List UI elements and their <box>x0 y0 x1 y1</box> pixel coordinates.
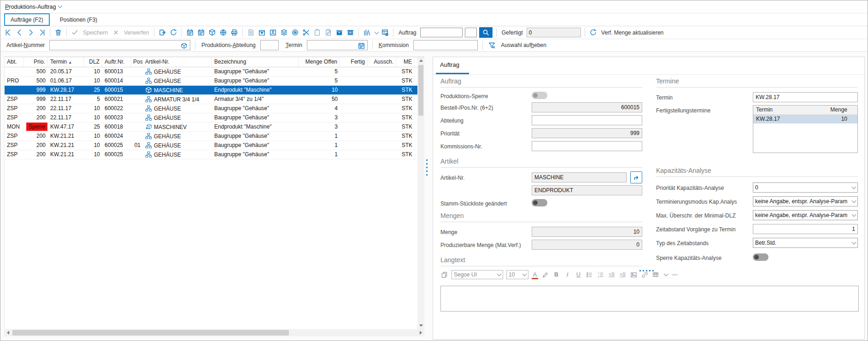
link-icon[interactable] <box>641 271 649 279</box>
table-edit-icon[interactable] <box>652 271 660 279</box>
column-header-Bezeichnung[interactable]: Bezeichnung <box>212 57 299 67</box>
clipboard-icon[interactable] <box>313 28 322 37</box>
column-header-Prio.[interactable]: Prio. <box>24 57 48 67</box>
fertigstellungstermine-list[interactable]: TerminMenge KW.28.1710 <box>753 105 858 153</box>
paste-icon[interactable] <box>440 271 448 279</box>
scroll-down-icon[interactable] <box>417 322 424 329</box>
table-row[interactable]: ZSP99922.11.175600021ARMATUR 3/4 1/4Arma… <box>5 95 418 104</box>
section-splitter[interactable] <box>639 270 654 271</box>
table-row[interactable]: PRO50001.06.1710600014GEHÄUSEBaugruppe "… <box>5 76 418 86</box>
font-size-select[interactable]: 10 <box>506 270 528 279</box>
first-record-icon[interactable] <box>4 28 13 37</box>
kap-sperre-toggle[interactable] <box>753 253 768 261</box>
outdent-icon[interactable] <box>608 271 616 279</box>
copy-order-icon[interactable] <box>158 28 167 37</box>
report-columns-icon[interactable] <box>363 28 371 37</box>
font-color-button[interactable]: A <box>532 271 538 278</box>
horizontal-scroll-thumb[interactable] <box>12 330 289 335</box>
kap-prio-select[interactable]: 0 <box>753 182 858 193</box>
auftrag-number-input[interactable] <box>420 28 463 37</box>
chevron-down-icon[interactable] <box>375 29 379 34</box>
image-icon[interactable] <box>630 271 638 279</box>
update-quantity-button[interactable]: Verf. Menge aktualisieren <box>601 29 663 36</box>
fertig-col-termin[interactable]: Termin <box>756 106 773 114</box>
save-check-icon[interactable] <box>70 28 79 37</box>
column-header-Auftr.Nr.[interactable]: Auftr.Nr. <box>102 57 131 67</box>
column-header-DLZ[interactable]: DLZ <box>84 57 102 67</box>
table-row[interactable]: ZSP20022.11.1710600022GEHÄUSEBaugruppe "… <box>5 104 418 113</box>
previous-record-icon[interactable] <box>15 28 24 37</box>
termin-input[interactable]: KW.28.17 <box>753 92 858 102</box>
last-record-icon[interactable] <box>37 28 46 37</box>
abteilung-input[interactable] <box>532 115 642 125</box>
highlight-pen-icon[interactable] <box>541 271 549 279</box>
scroll-right-icon[interactable] <box>417 329 424 336</box>
calendar-end-icon[interactable] <box>197 28 205 37</box>
font-family-select[interactable]: Segoe UI <box>452 270 503 279</box>
scroll-left-icon[interactable] <box>5 329 12 336</box>
storage-box-icon[interactable] <box>335 28 344 37</box>
delete-icon[interactable] <box>54 28 63 37</box>
table-row[interactable]: MONSperreKW.47.1725600018MASCHINEVEndpro… <box>5 123 418 132</box>
badge-icon[interactable] <box>291 28 299 37</box>
goto-artikel-button[interactable] <box>630 171 642 183</box>
vertical-scroll-thumb[interactable] <box>418 65 423 116</box>
fertig-list-row[interactable]: KW.28.1710 <box>753 115 857 123</box>
kap-typ-select[interactable]: Betr.Std. <box>753 238 858 248</box>
tab-positionen[interactable]: Positionen (F3) <box>54 13 103 26</box>
langtext-editor[interactable] <box>440 286 859 312</box>
document-icon[interactable] <box>246 28 255 37</box>
clipboard-edit-icon[interactable] <box>324 28 333 37</box>
table-row[interactable]: ZSP20022.11.1710600023GEHÄUSEBaugruppe "… <box>5 113 418 123</box>
numbered-list-icon[interactable]: 12 <box>597 271 604 279</box>
column-header-Termin[interactable]: Termin ▲ <box>48 57 84 67</box>
kommission-input[interactable] <box>413 40 478 50</box>
table-row[interactable]: ZSP200KW.21.2110600024GEHÄUSEBaugruppe "… <box>5 132 418 141</box>
calendar-icon[interactable] <box>357 41 366 50</box>
storage-box-alt-icon[interactable] <box>346 28 355 37</box>
produktions-abteilung-input[interactable] <box>260 40 279 50</box>
update-quantity-refresh-icon[interactable] <box>589 28 598 37</box>
bold-button[interactable]: B <box>552 271 560 279</box>
horizontal-scrollbar[interactable] <box>5 329 424 336</box>
table-row[interactable]: 50020.05.1710600013GEHÄUSEBaugruppe "Geh… <box>5 67 418 76</box>
table-row[interactable]: ZSP200KW.21.2110600025GEHÄUSEBaugruppe "… <box>5 150 418 159</box>
save-button[interactable]: Speichern <box>83 29 108 36</box>
produktions-sperre-toggle[interactable] <box>532 92 547 99</box>
clear-selection-button[interactable]: Auswahl aufheben <box>501 42 546 48</box>
column-header-Artikel-Nr.[interactable]: Artikel-Nr. <box>143 57 212 67</box>
indent-icon[interactable] <box>619 271 627 279</box>
column-header-Fertig[interactable]: Fertig <box>340 57 368 67</box>
auftrag-pos-input[interactable] <box>465 28 477 37</box>
kap-abstand-input[interactable]: 1 <box>753 224 858 234</box>
refresh-icon[interactable] <box>169 28 178 37</box>
column-header-Pos[interactable]: Pos <box>131 57 143 67</box>
kap-max-select[interactable]: keine Angabe, entspr. Analyse-Param <box>753 210 858 220</box>
discard-x-icon[interactable] <box>111 28 120 37</box>
kommissions-nr-input[interactable] <box>532 141 642 151</box>
archive-icon[interactable] <box>258 28 266 37</box>
underline-button[interactable]: U <box>575 271 582 279</box>
italic-button[interactable]: I <box>563 271 571 279</box>
discard-button[interactable]: Verwerfen <box>124 29 149 36</box>
next-record-icon[interactable] <box>26 28 35 37</box>
bullet-list-icon[interactable] <box>586 271 593 279</box>
stock-person-icon[interactable] <box>269 28 277 37</box>
column-header-Abt.[interactable]: Abt. <box>5 57 24 67</box>
reschedule-globe-icon[interactable] <box>219 28 228 37</box>
package-icon[interactable] <box>180 41 188 50</box>
vertical-scrollbar[interactable] <box>417 57 424 329</box>
clear-filter-funnel-icon[interactable] <box>487 41 496 50</box>
search-button[interactable] <box>479 27 493 38</box>
tab-auftraege[interactable]: Aufträge (F2) <box>4 13 50 26</box>
table-settings-icon[interactable] <box>381 28 389 37</box>
print-icon[interactable] <box>230 28 239 37</box>
app-menu-produktions-auftrag[interactable]: Produktions-Auftrag <box>5 4 62 10</box>
column-header-ME[interactable]: ME <box>396 57 415 67</box>
column-header-Menge Offen[interactable]: Menge Offen <box>299 57 340 67</box>
column-header-Aussch.[interactable]: Aussch. <box>368 57 396 67</box>
termin-filter-input[interactable] <box>307 40 368 50</box>
layers-icon[interactable] <box>280 28 288 37</box>
scroll-up-icon[interactable] <box>417 57 424 64</box>
split-scissors-icon[interactable] <box>302 28 311 37</box>
